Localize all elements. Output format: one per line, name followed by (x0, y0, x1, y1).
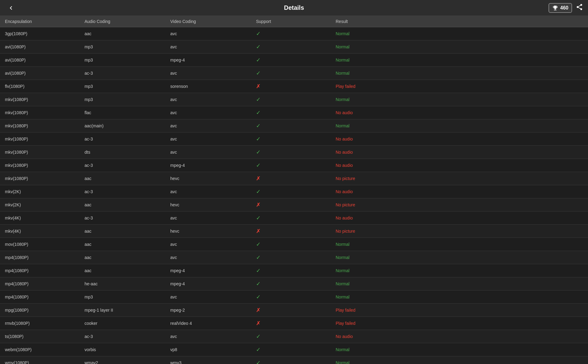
cell-result: No picture (336, 176, 583, 181)
cell-support: ✓ (256, 136, 336, 142)
cell-result: No audio (336, 150, 583, 155)
cell-encapsulation: flv(1080P) (5, 84, 85, 89)
cell-encapsulation: mp4(1080P) (5, 255, 85, 260)
table-row: mkv(1080P) flac avc ✓ No audio (0, 106, 588, 119)
cell-result: No audio (336, 216, 583, 220)
cell-encapsulation: mkv(1080P) (5, 137, 85, 141)
cell-support: ✓ (256, 162, 336, 169)
cell-video: avc (170, 150, 256, 155)
cell-video: avc (170, 295, 256, 299)
cell-encapsulation: mkv(4K) (5, 229, 85, 234)
page-title: Details (284, 4, 304, 11)
table-row: mkv(2K) ac-3 avc ✓ No audio (0, 185, 588, 198)
cell-support: ✗ (256, 307, 336, 313)
support-check-icon: ✓ (256, 96, 261, 103)
cell-support: ✓ (256, 149, 336, 156)
table-row: avi(1080P) mp3 avc ✓ Normal (0, 40, 588, 54)
cell-support: ✓ (256, 109, 336, 116)
cell-audio: mpeg-1 layer II (85, 308, 170, 313)
table-row: mp4(1080P) he-aac mpeg-4 ✓ Normal (0, 277, 588, 291)
cell-result: No audio (336, 163, 583, 168)
cell-video: avc (170, 189, 256, 194)
table-body: 3gp(1080P) aac avc ✓ Normal avi(1080P) m… (0, 27, 588, 364)
cell-audio: mp3 (85, 97, 170, 102)
table-row: 3gp(1080P) aac avc ✓ Normal (0, 27, 588, 40)
cell-encapsulation: rmvb(1080P) (5, 321, 85, 326)
score-value: 460 (560, 5, 568, 11)
table-row: flv(1080P) mp3 sorenson ✗ Play failed (0, 80, 588, 93)
cell-video: realVideo 4 (170, 321, 256, 326)
cell-audio: aac (85, 255, 170, 260)
table-row: mkv(4K) aac hevc ✗ No picture (0, 225, 588, 238)
cell-audio: aac (85, 31, 170, 36)
cell-support: ✓ (256, 267, 336, 274)
cell-encapsulation: mkv(1080P) (5, 97, 85, 102)
table-row: mkv(1080P) ac-3 mpeg-4 ✓ No audio (0, 159, 588, 172)
cell-result: No audio (336, 334, 583, 339)
back-button[interactable] (5, 2, 17, 14)
cell-video: mpeg-2 (170, 308, 256, 313)
col-result: Result (336, 19, 583, 24)
cell-support: ✓ (256, 30, 336, 37)
score-badge: 460 (548, 3, 572, 13)
table-row: mkv(1080P) mp3 avc ✓ Normal (0, 93, 588, 106)
cell-video: avc (170, 137, 256, 141)
cell-encapsulation: mkv(1080P) (5, 163, 85, 168)
support-check-icon: ✓ (256, 136, 261, 142)
cell-support: ✓ (256, 333, 336, 340)
cell-encapsulation: mkv(1080P) (5, 150, 85, 155)
cell-encapsulation: mkv(1080P) (5, 123, 85, 128)
cell-audio: ac-3 (85, 137, 170, 141)
support-cross-icon: ✗ (256, 202, 261, 208)
support-check-icon: ✓ (256, 189, 261, 195)
cell-encapsulation: ts(1080P) (5, 334, 85, 339)
table-row: wmv(1080P) wmav2 wmv3 ✓ Normal (0, 356, 588, 364)
cell-video: vp8 (170, 347, 256, 352)
cell-encapsulation: mkv(2K) (5, 202, 85, 207)
col-audio: Audio Coding (85, 19, 170, 24)
cell-support: ✓ (256, 215, 336, 221)
cell-video: mpeg-4 (170, 163, 256, 168)
cell-result: Play failed (336, 308, 583, 313)
cell-video: avc (170, 97, 256, 102)
cell-result: No audio (336, 189, 583, 194)
cell-support: ✓ (256, 96, 336, 103)
support-check-icon: ✓ (256, 281, 261, 287)
cell-encapsulation: avi(1080P) (5, 44, 85, 49)
table-row: mkv(1080P) ac-3 avc ✓ No audio (0, 133, 588, 146)
cell-audio: aac (85, 229, 170, 234)
cell-audio: aac (85, 176, 170, 181)
table-row: mkv(1080P) dts avc ✓ No audio (0, 146, 588, 159)
cell-audio: vorbis (85, 347, 170, 352)
table-row: mkv(1080P) aac hevc ✗ No picture (0, 172, 588, 185)
cell-encapsulation: avi(1080P) (5, 58, 85, 62)
cell-audio: flac (85, 110, 170, 115)
support-check-icon: ✓ (256, 347, 261, 353)
cell-video: avc (170, 216, 256, 220)
share-button[interactable] (576, 3, 583, 13)
support-check-icon: ✓ (256, 162, 261, 168)
cell-audio: mp3 (85, 44, 170, 49)
cell-encapsulation: wmv(1080P) (5, 360, 85, 364)
column-headers: Encapsulation Audio Coding Video Coding … (0, 16, 588, 27)
cell-result: Normal (336, 347, 583, 352)
cell-support: ✓ (256, 241, 336, 248)
cell-result: Normal (336, 360, 583, 364)
cell-result: Normal (336, 268, 583, 273)
support-check-icon: ✓ (256, 333, 261, 340)
cell-support: ✗ (256, 175, 336, 182)
cell-video: mpeg-4 (170, 268, 256, 273)
cell-audio: mp3 (85, 58, 170, 62)
support-check-icon: ✓ (256, 110, 261, 116)
table-row: mpg(1080P) mpeg-1 layer II mpeg-2 ✗ Play… (0, 304, 588, 317)
cell-audio: aac (85, 268, 170, 273)
cell-video: avc (170, 334, 256, 339)
table-row: rmvb(1080P) cooker realVideo 4 ✗ Play fa… (0, 317, 588, 330)
cell-result: Play failed (336, 321, 583, 326)
cell-audio: ac-3 (85, 334, 170, 339)
support-check-icon: ✓ (256, 44, 261, 50)
cell-support: ✓ (256, 294, 336, 300)
cell-audio: mp3 (85, 295, 170, 299)
cell-encapsulation: webm(1080P) (5, 347, 85, 352)
support-check-icon: ✓ (256, 57, 261, 63)
